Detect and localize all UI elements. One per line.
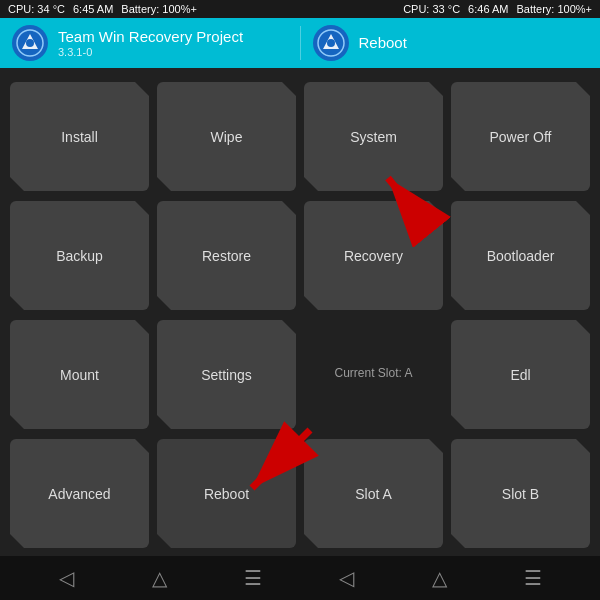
home-button-right[interactable]: △ (418, 566, 462, 590)
slot-b-button[interactable]: Slot B (451, 439, 590, 548)
settings-button[interactable]: Settings (157, 320, 296, 429)
reboot-title: Reboot (359, 34, 407, 52)
menu-button-right[interactable]: ☰ (511, 566, 555, 590)
power-off-button[interactable]: Power Off (451, 82, 590, 191)
app-title: Team Win Recovery Project (58, 28, 243, 46)
install-button[interactable]: Install (10, 82, 149, 191)
status-bar-left: CPU: 34 °C 6:45 AM Battery: 100%+ (8, 3, 197, 15)
header-right: Reboot (301, 18, 601, 68)
slot-info-container: Current Slot: A (304, 320, 443, 429)
main-grid: Install Wipe System Power Off Backup Res… (0, 68, 600, 556)
grid-row-1: Install Wipe System Power Off (10, 82, 590, 191)
cpu-temp-left: CPU: 34 °C (8, 3, 65, 15)
wipe-button[interactable]: Wipe (157, 82, 296, 191)
back-button-right[interactable]: ◁ (325, 566, 369, 590)
status-bar: CPU: 34 °C 6:45 AM Battery: 100%+ CPU: 3… (0, 0, 600, 18)
menu-button-left[interactable]: ☰ (231, 566, 275, 590)
advanced-button[interactable]: Advanced (10, 439, 149, 548)
reboot-button[interactable]: Reboot (157, 439, 296, 548)
grid-row-4: Advanced Reboot Slot A Slot B (10, 439, 590, 548)
backup-button[interactable]: Backup (10, 201, 149, 310)
battery-left: Battery: 100%+ (121, 3, 197, 15)
slot-a-button[interactable]: Slot A (304, 439, 443, 548)
current-slot-label: Current Slot: A (334, 366, 412, 380)
header-title-right: Reboot (359, 34, 407, 52)
mount-button[interactable]: Mount (10, 320, 149, 429)
nav-bar: ◁ △ ☰ ◁ △ ☰ (0, 556, 600, 600)
grid-row-2: Backup Restore Recovery Bootloader (10, 201, 590, 310)
grid-row-3: Mount Settings Current Slot: A Edl (10, 320, 590, 429)
status-bar-right: CPU: 33 °C 6:46 AM Battery: 100%+ (403, 3, 592, 15)
header-left: Team Win Recovery Project 3.3.1-0 (0, 18, 300, 68)
app-version: 3.3.1-0 (58, 46, 243, 58)
svg-point-5 (327, 39, 335, 47)
edl-button[interactable]: Edl (451, 320, 590, 429)
twrp-logo-right (313, 25, 349, 61)
bootloader-button[interactable]: Bootloader (451, 201, 590, 310)
home-button-left[interactable]: △ (138, 566, 182, 590)
header: Team Win Recovery Project 3.3.1-0 Reboot (0, 18, 600, 68)
header-title-left: Team Win Recovery Project 3.3.1-0 (58, 28, 243, 58)
system-button[interactable]: System (304, 82, 443, 191)
back-button-left[interactable]: ◁ (45, 566, 89, 590)
cpu-temp-right: CPU: 33 °C (403, 3, 460, 15)
time-right: 6:46 AM (468, 3, 508, 15)
restore-button[interactable]: Restore (157, 201, 296, 310)
twrp-logo-left (12, 25, 48, 61)
time-left: 6:45 AM (73, 3, 113, 15)
recovery-button[interactable]: Recovery (304, 201, 443, 310)
battery-right: Battery: 100%+ (516, 3, 592, 15)
svg-point-2 (26, 39, 34, 47)
